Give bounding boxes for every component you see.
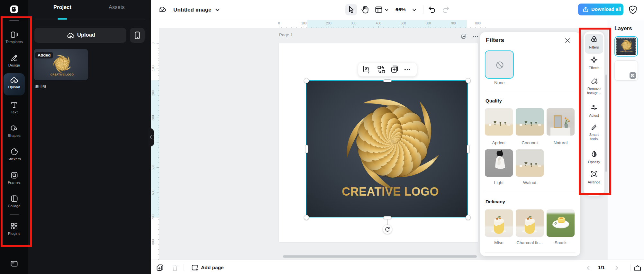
svg-text:100: 100 [301,22,307,25]
svg-text:0: 0 [278,22,280,25]
svg-text:700: 700 [450,22,456,25]
svg-text:500: 500 [151,165,155,170]
svg-text:700: 700 [151,214,155,220]
svg-text:0: 0 [151,42,155,44]
svg-text:500: 500 [401,22,406,25]
svg-text:600: 600 [425,22,431,25]
svg-text:200: 200 [151,90,155,96]
svg-text:CREATIVE LOGO: CREATIVE LOGO [50,73,74,76]
svg-text:300: 300 [151,115,155,120]
svg-text:400: 400 [376,22,381,25]
svg-text:300: 300 [351,22,357,25]
svg-text:200: 200 [326,22,331,25]
svg-text:800: 800 [475,22,481,25]
svg-text:600: 600 [151,190,155,195]
svg-text:800: 800 [151,239,155,245]
svg-text:100: 100 [151,66,155,71]
